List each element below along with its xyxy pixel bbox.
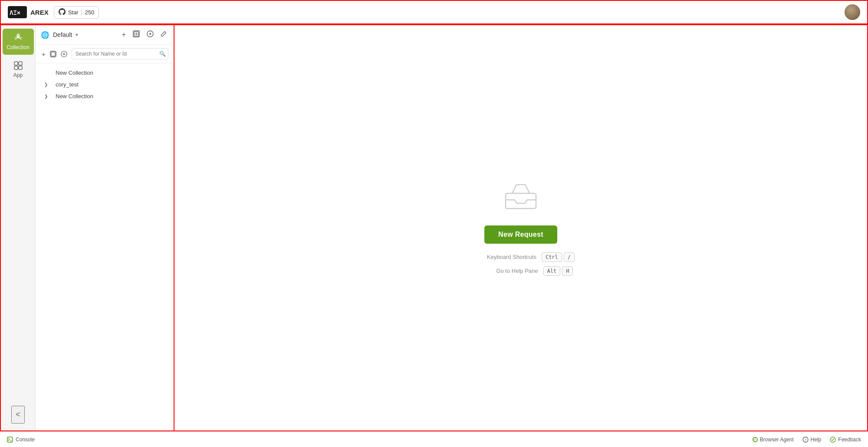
topbar: ΛΞ× AREX Star 250 bbox=[0, 0, 868, 24]
search-input[interactable] bbox=[72, 48, 168, 60]
workspace-chevron-icon[interactable]: ▾ bbox=[76, 32, 78, 38]
console-button[interactable]: Console bbox=[7, 437, 35, 443]
sidebar-icons: Collection App < bbox=[1, 25, 36, 430]
collection-tree: New Collection ❯ cory_test ❯ New Collect… bbox=[36, 63, 174, 430]
github-star-button[interactable]: Star 250 bbox=[54, 6, 99, 19]
import-small-button[interactable] bbox=[49, 50, 57, 58]
svg-rect-15 bbox=[7, 437, 13, 442]
app-icon bbox=[13, 61, 23, 70]
sidebar-item-collection[interactable]: Collection bbox=[3, 29, 34, 55]
tree-item-new-collection-2[interactable]: ❯ New Collection bbox=[36, 90, 174, 102]
tree-item-new-collection-1[interactable]: New Collection bbox=[36, 67, 174, 79]
feedback-status[interactable]: Feedback bbox=[830, 437, 861, 443]
collection-header: 🌐 Default ▾ + bbox=[36, 25, 174, 45]
browser-agent-dot bbox=[753, 437, 758, 442]
chevron-right-icon: ❯ bbox=[44, 82, 50, 87]
search-input-wrapper: 🔍 bbox=[72, 48, 168, 60]
svg-point-3 bbox=[17, 35, 18, 36]
help-label: Go to Help Pane bbox=[469, 268, 538, 274]
help-label: Help bbox=[811, 437, 822, 443]
edit-button[interactable] bbox=[159, 30, 168, 40]
avatar-image bbox=[845, 4, 860, 20]
svg-rect-4 bbox=[14, 62, 18, 65]
statusbar: Console Browser Agent ? Help Feedback bbox=[0, 431, 868, 447]
tree-spacer bbox=[44, 70, 50, 75]
collapse-sidebar-button[interactable]: < bbox=[11, 406, 25, 424]
shortcut-keys-alt-h: Alt H bbox=[543, 266, 573, 276]
feedback-icon bbox=[830, 437, 836, 443]
svg-rect-6 bbox=[14, 66, 18, 70]
tree-label-new-collection-1: New Collection bbox=[56, 70, 168, 76]
browser-agent-label: Browser Agent bbox=[760, 437, 794, 443]
svg-text:ΛΞ×: ΛΞ× bbox=[10, 9, 20, 16]
add-collection-button[interactable]: + bbox=[120, 30, 128, 40]
empty-inbox-icon bbox=[503, 180, 538, 217]
main-content: New Request Keyboard Shortcuts Ctrl / Go… bbox=[174, 25, 867, 430]
status-right: Browser Agent ? Help Feedback bbox=[753, 437, 861, 443]
avatar[interactable] bbox=[845, 4, 860, 20]
key-h: H bbox=[562, 266, 573, 276]
shortcuts-label: Keyboard Shortcuts bbox=[467, 254, 536, 260]
search-bar: + 🔍 bbox=[36, 45, 174, 63]
sidebar-item-app[interactable]: App bbox=[3, 56, 34, 83]
shortcut-row-help: Go to Help Pane Alt H bbox=[469, 266, 573, 276]
sidebar-bottom: < bbox=[11, 406, 25, 430]
run-button[interactable] bbox=[145, 30, 155, 40]
svg-point-18 bbox=[830, 437, 835, 442]
app-label: App bbox=[13, 72, 23, 78]
shortcut-keys-ctrl-slash: Ctrl / bbox=[542, 252, 575, 262]
key-alt: Alt bbox=[543, 266, 561, 276]
collection-label: Collection bbox=[7, 44, 30, 50]
svg-rect-5 bbox=[19, 62, 22, 65]
tree-label-cory-test: cory_test bbox=[56, 81, 168, 88]
svg-rect-14 bbox=[506, 193, 536, 209]
shortcut-row-shortcuts: Keyboard Shortcuts Ctrl / bbox=[467, 252, 575, 262]
keyboard-shortcuts: Keyboard Shortcuts Ctrl / Go to Help Pan… bbox=[467, 252, 575, 276]
main-area: Collection App < 🌐 Default ▾ + bbox=[0, 24, 868, 431]
tree-label-new-collection-2: New Collection bbox=[56, 93, 168, 99]
help-icon: ? bbox=[802, 437, 809, 443]
star-label: Star bbox=[68, 9, 79, 16]
logo-area: ΛΞ× AREX bbox=[8, 5, 49, 19]
new-request-button[interactable]: New Request bbox=[484, 225, 557, 244]
run-small-button[interactable] bbox=[60, 50, 68, 58]
tree-item-cory-test[interactable]: ❯ cory_test bbox=[36, 79, 174, 90]
feedback-label: Feedback bbox=[838, 437, 861, 443]
search-bar-actions: + bbox=[41, 50, 68, 59]
workspace-globe-icon: 🌐 bbox=[41, 31, 49, 39]
chevron-right-icon-2: ❯ bbox=[44, 94, 50, 99]
star-count: 250 bbox=[81, 9, 95, 16]
workspace-name: Default bbox=[53, 31, 72, 38]
github-icon bbox=[59, 8, 66, 17]
browser-agent-status[interactable]: Browser Agent bbox=[753, 437, 794, 443]
arex-wordmark: AREX bbox=[30, 9, 49, 16]
help-status[interactable]: ? Help bbox=[802, 437, 822, 443]
svg-rect-12 bbox=[51, 52, 55, 56]
collection-panel: 🌐 Default ▾ + bbox=[36, 25, 174, 430]
header-actions: + bbox=[120, 30, 168, 40]
empty-state: New Request Keyboard Shortcuts Ctrl / Go… bbox=[467, 180, 575, 276]
arex-logo: ΛΞ× bbox=[8, 5, 27, 19]
import-button[interactable] bbox=[131, 30, 141, 40]
search-icon: 🔍 bbox=[159, 51, 166, 57]
key-ctrl: Ctrl bbox=[542, 252, 562, 262]
svg-text:?: ? bbox=[805, 438, 806, 442]
svg-rect-7 bbox=[19, 66, 22, 70]
console-icon bbox=[7, 437, 13, 443]
key-slash: / bbox=[564, 252, 575, 262]
collection-icon bbox=[13, 33, 23, 43]
console-label: Console bbox=[16, 437, 35, 443]
new-item-button[interactable]: + bbox=[41, 50, 46, 59]
